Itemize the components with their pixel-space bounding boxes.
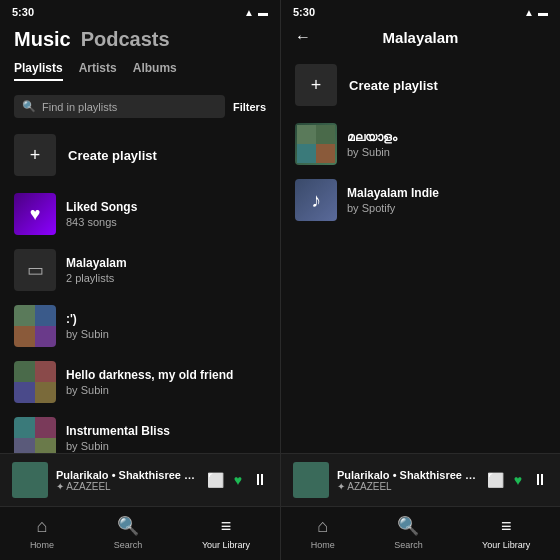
np-controls-right: ⬜ ♥ ⏸ [487, 471, 548, 489]
right-list: + Create playlist മലയാളം by Subin [281, 54, 560, 453]
list-item-instrumental[interactable]: Instrumental Bliss by Subin [14, 410, 266, 453]
wifi-icon-left: ▲ [244, 7, 254, 18]
home-icon-right: ⌂ [317, 516, 328, 537]
nav-library-left[interactable]: ≡ Your Library [202, 516, 250, 550]
hello-darkness-title: Hello darkness, my old friend [66, 368, 266, 382]
search-input-wrapper[interactable]: 🔍 Find in playlists [14, 95, 225, 118]
back-button[interactable]: ← [295, 28, 311, 46]
cast-icon-right[interactable]: ⬜ [487, 472, 504, 488]
nav-library-right[interactable]: ≡ Your Library [482, 516, 530, 550]
filters-button[interactable]: Filters [233, 101, 266, 113]
np-title-left: Pularikalo • Shakthisree Gopalan [56, 469, 199, 481]
liked-songs-info: Liked Songs 843 songs [66, 200, 266, 228]
now-playing-left[interactable]: Pularikalo • Shakthisree Gopalan ✦ AZAZE… [0, 453, 280, 506]
heart-icon-left[interactable]: ♥ [234, 472, 242, 488]
library-icon-right: ≡ [501, 516, 512, 537]
smiley-subtitle: by Subin [66, 328, 266, 340]
right-header: ← Malayalam [281, 22, 560, 54]
home-label-right: Home [311, 540, 335, 550]
now-playing-right[interactable]: Pularikalo • Shakthisree Gopalan ✦ AZAZE… [281, 453, 560, 506]
malayalam-indie-subtitle: by Spotify [347, 202, 546, 214]
np-title-right: Pularikalo • Shakthisree Gopalan [337, 469, 479, 481]
instrumental-subtitle: by Subin [66, 440, 266, 452]
hello-darkness-subtitle: by Subin [66, 384, 266, 396]
np-info-right: Pularikalo • Shakthisree Gopalan ✦ AZAZE… [337, 469, 479, 492]
bottom-nav-left: ⌂ Home 🔍 Search ≡ Your Library [0, 506, 280, 560]
tabs-row: Playlists Artists Albums [14, 61, 266, 81]
right-panel: 5:30 ▲ ▬ ← Malayalam + Create playlist [280, 0, 560, 560]
search-bar: 🔍 Find in playlists Filters [0, 89, 280, 124]
plus-icon: + [14, 134, 56, 176]
nav-search-right[interactable]: 🔍 Search [394, 515, 423, 550]
search-label-right: Search [394, 540, 423, 550]
search-nav-icon-right: 🔍 [397, 515, 419, 537]
header-left: Music Podcasts Playlists Artists Albums [0, 22, 280, 89]
liked-songs-thumb: ♥ [14, 193, 56, 235]
malayalam-indie-thumb: ♪ [295, 179, 337, 221]
instrumental-thumb [14, 417, 56, 453]
list-item-liked-songs[interactable]: ♥ Liked Songs 843 songs [14, 186, 266, 242]
pause-icon-left[interactable]: ⏸ [252, 471, 268, 489]
liked-songs-subtitle: 843 songs [66, 216, 266, 228]
tab-albums[interactable]: Albums [133, 61, 177, 81]
instrumental-title: Instrumental Bliss [66, 424, 266, 438]
malayalam-main-thumb [295, 123, 337, 165]
left-list: + Create playlist ♥ Liked Songs 843 song… [0, 124, 280, 453]
np-thumb-right [293, 462, 329, 498]
search-icon: 🔍 [22, 100, 36, 113]
list-item-malayalam-main[interactable]: മലയാളം by Subin [295, 116, 546, 172]
liked-songs-title: Liked Songs [66, 200, 266, 214]
malayalam-indie-info: Malayalam Indie by Spotify [347, 186, 546, 214]
tab-artists[interactable]: Artists [79, 61, 117, 81]
cast-icon-left[interactable]: ⬜ [207, 472, 224, 488]
left-panel: 5:30 ▲ ▬ Music Podcasts Playlists Artist… [0, 0, 280, 560]
malayalam-folder-info: Malayalam 2 playlists [66, 256, 266, 284]
np-artist-left: ✦ AZAZEEL [56, 481, 199, 492]
nav-home-right[interactable]: ⌂ Home [311, 516, 335, 550]
create-playlist-label-right: Create playlist [349, 78, 438, 93]
smiley-thumb [14, 305, 56, 347]
malayalam-folder-title: Malayalam [66, 256, 266, 270]
status-bar-left: 5:30 ▲ ▬ [0, 0, 280, 22]
heart-icon: ♥ [30, 204, 41, 225]
library-icon-left: ≡ [221, 516, 232, 537]
wifi-icon-right: ▲ [524, 7, 534, 18]
plus-icon-right: + [295, 64, 337, 106]
create-playlist-label: Create playlist [68, 148, 157, 163]
smiley-info: :') by Subin [66, 312, 266, 340]
battery-icon-right: ▬ [538, 7, 548, 18]
music-tab-label[interactable]: Music [14, 28, 71, 51]
create-playlist-row[interactable]: + Create playlist [14, 124, 266, 186]
music-note-icon: ♪ [311, 189, 321, 212]
nav-search-left[interactable]: 🔍 Search [114, 515, 143, 550]
tab-playlists[interactable]: Playlists [14, 61, 63, 81]
np-controls-left: ⬜ ♥ ⏸ [207, 471, 268, 489]
list-item-hello-darkness[interactable]: Hello darkness, my old friend by Subin [14, 354, 266, 410]
podcasts-tab-label[interactable]: Podcasts [81, 28, 170, 51]
hello-darkness-thumb [14, 361, 56, 403]
nav-home-left[interactable]: ⌂ Home [30, 516, 54, 550]
create-playlist-row-right[interactable]: + Create playlist [295, 54, 546, 116]
library-label-left: Your Library [202, 540, 250, 550]
list-item-smiley[interactable]: :') by Subin [14, 298, 266, 354]
instrumental-info: Instrumental Bliss by Subin [66, 424, 266, 452]
list-item-malayalam-folder[interactable]: ▭ Malayalam 2 playlists [14, 242, 266, 298]
list-item-malayalam-indie[interactable]: ♪ Malayalam Indie by Spotify [295, 172, 546, 228]
home-label-left: Home [30, 540, 54, 550]
bottom-nav-right: ⌂ Home 🔍 Search ≡ Your Library [281, 506, 560, 560]
library-label-right: Your Library [482, 540, 530, 550]
battery-icon-left: ▬ [258, 7, 268, 18]
pause-icon-right[interactable]: ⏸ [532, 471, 548, 489]
search-placeholder: Find in playlists [42, 101, 117, 113]
search-label-left: Search [114, 540, 143, 550]
status-bar-right: 5:30 ▲ ▬ [281, 0, 560, 22]
header-title-row: Music Podcasts [14, 28, 266, 51]
smiley-title: :') [66, 312, 266, 326]
status-time-left: 5:30 [12, 6, 34, 18]
heart-icon-right[interactable]: ♥ [514, 472, 522, 488]
folder-icon: ▭ [27, 259, 44, 281]
malayalam-main-info: മലയാളം by Subin [347, 130, 546, 158]
right-panel-title: Malayalam [319, 29, 522, 46]
folder-thumb: ▭ [14, 249, 56, 291]
malayalam-indie-title: Malayalam Indie [347, 186, 546, 200]
